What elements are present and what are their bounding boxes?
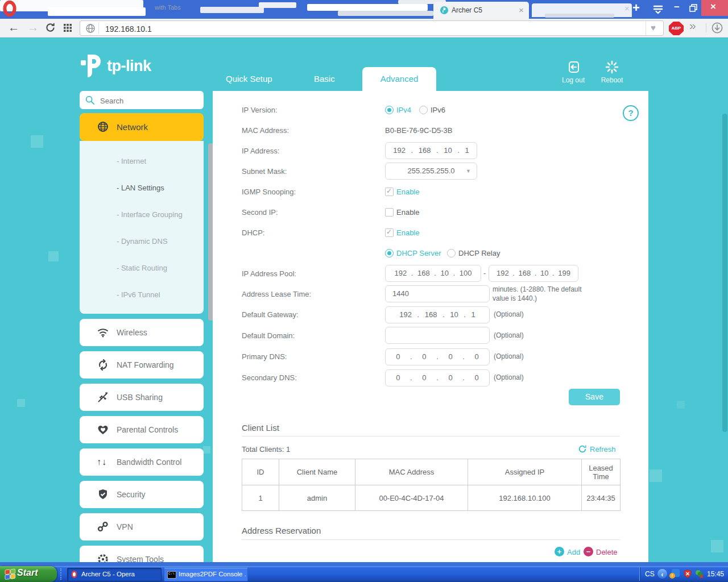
url-input[interactable]	[104, 23, 504, 35]
forward-icon[interactable]: →	[27, 21, 39, 34]
field-label: Second IP:	[242, 208, 278, 217]
search-input[interactable]	[99, 94, 198, 107]
optional-note: (Optional)	[494, 373, 524, 381]
logout-button[interactable]: Log out	[555, 59, 592, 85]
new-tab-button[interactable]: +	[632, 1, 640, 15]
close-icon: ×	[710, 1, 716, 13]
pool-end-input[interactable]: 192 . 168 . 10 . 199	[489, 265, 578, 282]
tab-title: Archer C5	[452, 6, 482, 14]
dhcp-checkbox[interactable]: ✓	[385, 228, 394, 237]
secondary-dns-input[interactable]: 0 . 0 . 0 . 0	[385, 369, 490, 386]
divider	[242, 539, 620, 540]
dhcp-relay-radio[interactable]	[447, 249, 456, 257]
reload-icon[interactable]	[45, 22, 56, 35]
render-artifact	[48, 7, 146, 16]
submenu-ipv6-tunnel[interactable]: - IPv6 Tunnel	[117, 290, 160, 299]
task-archer-c5-opera[interactable]: Archer C5 - Opera	[67, 568, 162, 581]
extension-icon[interactable]: »	[689, 19, 696, 32]
chevron-down-icon: ▼	[466, 163, 471, 179]
tray-chevron-icon[interactable]: ‹	[657, 569, 667, 579]
sidebar-item-vpn[interactable]: VPN	[80, 513, 204, 541]
adblock-abp-icon[interactable]: ABP	[669, 22, 684, 35]
sidebar-item-label: Network	[117, 113, 148, 141]
task-images2pdf-console[interactable]: C:\ Images2PDF Console ...	[164, 568, 248, 581]
cell-client-name: admin	[279, 485, 355, 511]
ipv4-radio[interactable]	[385, 106, 394, 114]
shield-icon	[97, 488, 109, 501]
minimize-icon: –	[674, 1, 679, 13]
submenu-internet[interactable]: - Internet	[117, 157, 146, 165]
sidebar-item-parental-controls[interactable]: Parental Controls	[80, 416, 204, 443]
tab-advanced[interactable]: Advanced	[362, 67, 436, 91]
refresh-button[interactable]: Refresh	[578, 444, 620, 455]
close-window-button[interactable]: ×	[701, 0, 728, 16]
pool-separator: -	[483, 269, 486, 277]
decor-square	[203, 446, 210, 454]
reboot-icon	[605, 60, 619, 76]
submenu-dynamic-dns[interactable]: - Dynamic DNS	[117, 237, 168, 246]
search-icon	[85, 95, 95, 107]
col-assigned-ip: Assigned IP	[468, 459, 582, 485]
tray-clock: 15:45	[707, 566, 724, 582]
pool-start-input[interactable]: 192 . 168 . 10 . 100	[385, 265, 481, 282]
site-badge-icon[interactable]	[85, 23, 96, 36]
decor-square	[17, 399, 25, 407]
sidebar-item-nat-forwarding[interactable]: NAT Forwarding	[80, 351, 204, 379]
sidebar-item-usb-sharing[interactable]: USB Sharing	[80, 384, 204, 411]
opera-icon	[71, 571, 78, 579]
second-ip-enable-label: Enable	[396, 208, 419, 217]
gateway-input[interactable]: 192 . 168 . 10 . 1	[385, 306, 490, 323]
delete-icon: −	[584, 547, 593, 556]
delete-button[interactable]: − Delete	[584, 547, 620, 557]
second-ip-checkbox[interactable]	[385, 208, 394, 217]
reboot-button[interactable]: Reboot	[593, 59, 631, 85]
sidebar-item-bandwidth-control[interactable]: ↑↓ Bandwidth Control	[80, 448, 204, 476]
save-button[interactable]: Save	[569, 389, 620, 405]
address-bar[interactable]: ♥	[80, 20, 664, 36]
field-label: Default Gateway:	[242, 310, 299, 319]
col-client-name: Client Name	[279, 459, 355, 485]
download-icon[interactable]	[711, 22, 723, 36]
help-icon[interactable]: ?	[623, 105, 639, 121]
igmp-checkbox[interactable]: ✓	[385, 188, 394, 196]
add-button[interactable]: + Add	[555, 547, 582, 557]
submenu-lan-settings[interactable]: - LAN Settings	[117, 184, 164, 192]
sidebar-item-wireless[interactable]: Wireless	[80, 319, 204, 346]
field-label: IP Address Pool:	[242, 269, 296, 278]
tab-quick-setup[interactable]: Quick Setup	[226, 74, 272, 84]
tray-app-icon[interactable]: !	[672, 569, 680, 577]
speed-dial-icon[interactable]	[64, 24, 72, 34]
security-shield-icon[interactable]	[683, 569, 692, 581]
lease-time-input[interactable]: 1440	[385, 285, 490, 302]
sidebar-item-network[interactable]: Network	[80, 113, 204, 141]
network-status-icon[interactable]	[694, 569, 704, 581]
wifi-icon	[97, 326, 109, 339]
ipv6-radio[interactable]	[419, 106, 428, 114]
tab-archer-c5[interactable]: Archer C5 ×	[433, 2, 529, 19]
opera-menu-button[interactable]	[3, 1, 16, 16]
back-icon[interactable]: ←	[8, 21, 19, 34]
submenu-interface-grouping[interactable]: - Interface Grouping	[117, 210, 183, 219]
search-box[interactable]	[80, 91, 204, 109]
submenu-static-routing[interactable]: - Static Routing	[117, 264, 167, 272]
start-button[interactable]: Start	[0, 566, 57, 582]
bookmark-heart-icon[interactable]: ♥	[651, 23, 656, 32]
tray-language-indicator[interactable]: CS	[645, 566, 655, 582]
domain-input[interactable]	[385, 327, 490, 344]
ip-address-input[interactable]: 192 . 168 . 10 . 1	[385, 142, 477, 159]
tab-basic[interactable]: Basic	[314, 74, 335, 84]
primary-dns-input[interactable]: 0 . 0 . 0 . 0	[385, 348, 490, 365]
page-scrollbar[interactable]	[722, 114, 727, 432]
lease-time-note: minutes. (1-2880. The default value is 1…	[493, 285, 592, 303]
maximize-button[interactable]	[686, 0, 701, 15]
dhcp-server-label: DHCP Server	[396, 249, 441, 257]
ipv6-label: IPv6	[431, 106, 445, 114]
subnet-mask-select[interactable]: 255.255.255.0 ▼	[385, 163, 477, 180]
tab-close-icon[interactable]: ×	[519, 5, 524, 15]
dhcp-server-radio[interactable]	[385, 249, 394, 257]
sidebar-item-security[interactable]: Security	[80, 481, 204, 508]
sidebar-item-label: Parental Controls	[117, 416, 178, 443]
tab-menu-icon[interactable]	[652, 5, 664, 16]
minimize-button[interactable]: –	[670, 0, 685, 15]
render-artifact	[545, 14, 614, 18]
